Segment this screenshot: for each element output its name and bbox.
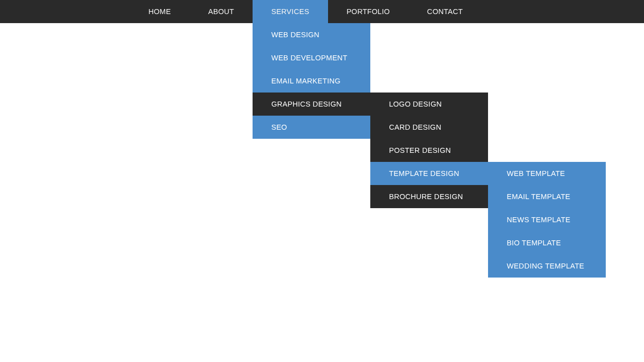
dropdown-graphics-design[interactable]: GRAPHICS DESIGN LOGO DESIGN CARD DESIGN … bbox=[253, 93, 370, 116]
dropdown-label: WEB DESIGN bbox=[271, 31, 319, 39]
subsub-web-template[interactable]: WEB TEMPLATE bbox=[488, 162, 606, 185]
nav-services[interactable]: SERVICES WEB DESIGN WEB DEVELOPMENT EMAI… bbox=[253, 0, 328, 23]
submenu-label: POSTER DESIGN bbox=[389, 146, 451, 154]
nav-label: PORTFOLIO bbox=[347, 8, 390, 16]
subsub-label: WEDDING TEMPLATE bbox=[507, 262, 584, 270]
submenu-template-design[interactable]: TEMPLATE DESIGN WEB TEMPLATE EMAIL TEMPL… bbox=[370, 162, 488, 185]
submenu-label: TEMPLATE DESIGN bbox=[389, 169, 459, 177]
nav-label: ABOUT bbox=[208, 8, 234, 16]
navbar: HOME ABOUT SERVICES WEB DESIGN WEB DEVEL… bbox=[0, 0, 644, 23]
submenu-logo-design[interactable]: LOGO DESIGN bbox=[370, 93, 488, 116]
dropdown-label: GRAPHICS DESIGN bbox=[271, 100, 342, 108]
graphics-submenu: LOGO DESIGN CARD DESIGN POSTER DESIGN TE… bbox=[370, 93, 488, 208]
subsub-email-template[interactable]: EMAIL TEMPLATE bbox=[488, 185, 606, 208]
submenu-label: BROCHURE DESIGN bbox=[389, 193, 463, 201]
services-dropdown: WEB DESIGN WEB DEVELOPMENT EMAIL MARKETI… bbox=[253, 23, 370, 139]
submenu-poster-design[interactable]: POSTER DESIGN bbox=[370, 139, 488, 162]
templates-submenu: WEB TEMPLATE EMAIL TEMPLATE NEWS TEMPLAT… bbox=[488, 162, 606, 278]
nav-label: HOME bbox=[148, 8, 171, 16]
submenu-label: CARD DESIGN bbox=[389, 123, 441, 131]
nav-label: CONTACT bbox=[427, 8, 463, 16]
nav-label: SERVICES bbox=[271, 8, 309, 16]
nav-portfolio[interactable]: PORTFOLIO bbox=[328, 0, 409, 23]
dropdown-seo[interactable]: SEO bbox=[253, 116, 370, 139]
dropdown-email-marketing[interactable]: EMAIL MARKETING bbox=[253, 69, 370, 93]
dropdown-web-development[interactable]: WEB DEVELOPMENT bbox=[253, 46, 370, 69]
subsub-news-template[interactable]: NEWS TEMPLATE bbox=[488, 208, 606, 231]
dropdown-web-design[interactable]: WEB DESIGN bbox=[253, 23, 370, 46]
dropdown-label: SEO bbox=[271, 123, 287, 131]
dropdown-label: EMAIL MARKETING bbox=[271, 77, 341, 85]
submenu-card-design[interactable]: CARD DESIGN bbox=[370, 116, 488, 139]
submenu-brochure-design[interactable]: BROCHURE DESIGN bbox=[370, 185, 488, 208]
subsub-label: WEB TEMPLATE bbox=[507, 169, 565, 177]
nav-home[interactable]: HOME bbox=[130, 0, 190, 23]
subsub-label: EMAIL TEMPLATE bbox=[507, 193, 570, 201]
subsub-label: BIO TEMPLATE bbox=[507, 239, 561, 247]
subsub-label: NEWS TEMPLATE bbox=[507, 216, 571, 224]
nav-contact[interactable]: CONTACT bbox=[409, 0, 481, 23]
subsub-bio-template[interactable]: BIO TEMPLATE bbox=[488, 231, 606, 254]
subsub-wedding-template[interactable]: WEDDING TEMPLATE bbox=[488, 254, 606, 278]
submenu-label: LOGO DESIGN bbox=[389, 100, 442, 108]
nav-about[interactable]: ABOUT bbox=[190, 0, 253, 23]
dropdown-label: WEB DEVELOPMENT bbox=[271, 54, 347, 62]
